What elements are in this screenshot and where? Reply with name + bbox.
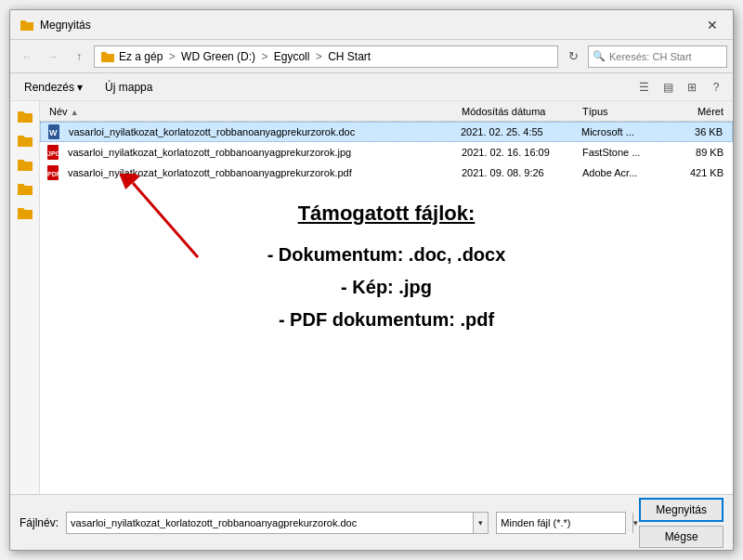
- file-date-1: 2021. 02. 25. 4:55: [457, 126, 578, 137]
- col-header-date[interactable]: Módosítás dátuma: [458, 106, 579, 117]
- close-button[interactable]: ✕: [701, 14, 723, 36]
- address-bar[interactable]: Ez a gép > WD Green (D:) > Egycoll > CH …: [94, 46, 558, 68]
- file-type-3: Adobe Acr...: [579, 167, 671, 178]
- search-icon: 🔍: [593, 50, 606, 62]
- jpg-file-icon: JPG: [46, 145, 60, 160]
- search-input[interactable]: [609, 51, 737, 62]
- megsem-button[interactable]: Mégse: [639, 526, 723, 548]
- title-bar-left: Megnyitás: [20, 18, 91, 33]
- filename-input[interactable]: [67, 517, 473, 528]
- uj-mappa-button[interactable]: Új mappa: [97, 78, 161, 97]
- sidebar-folder-3[interactable]: [14, 153, 36, 176]
- info-title: Támogatott fájlok:: [298, 202, 476, 226]
- filetype-input[interactable]: [497, 517, 632, 528]
- sidebar-folder-icon-5: [18, 206, 33, 219]
- megnyitas-button[interactable]: Megnyitás: [639, 498, 723, 522]
- file-size-3: 421 KB: [671, 167, 727, 178]
- sidebar: [10, 101, 40, 494]
- table-row[interactable]: JPG vasarloi_nyilatkozat_korlatozott_rob…: [40, 142, 733, 163]
- rendezdes-arrow-icon: ▾: [77, 81, 83, 94]
- view-icons: ☰ ▤ ⊞ ?: [632, 77, 727, 98]
- main-area: Név ▲ Módosítás dátuma Típus Méret W: [10, 101, 733, 494]
- crumb-part2: WD Green (D:): [181, 50, 255, 63]
- sort-arrow-icon: ▲: [71, 108, 79, 117]
- open-dialog: Megnyitás ✕ ← → ↑ Ez a gép > WD Green (D…: [9, 9, 734, 551]
- info-area: Támogatott fájlok: - Dokumentum: .doc, .…: [40, 183, 733, 360]
- col-header-size[interactable]: Méret: [671, 106, 727, 117]
- file-name-2: vasarloi_nyilatkozat_korlatozott_robbano…: [64, 147, 458, 158]
- sidebar-folder-4[interactable]: [14, 177, 36, 200]
- file-size-2: 89 KB: [671, 147, 727, 158]
- navigation-toolbar: ← → ↑ Ez a gép > WD Green (D:) > Egycoll…: [10, 40, 733, 73]
- sidebar-folder-icon-2: [18, 134, 33, 147]
- file-name-1: vasarloi_nyilatkozat_korlatozott_robbano…: [65, 126, 457, 137]
- sidebar-folder-icon-1: [18, 110, 33, 123]
- crumb-part1: Ez a gép: [119, 50, 163, 63]
- info-item-1: - Dokumentum: .doc, .docx: [267, 244, 506, 266]
- filename-input-wrapper[interactable]: ▾: [66, 512, 489, 534]
- svg-text:JPG: JPG: [47, 150, 59, 157]
- filetype-wrapper[interactable]: ▾: [496, 512, 626, 534]
- sidebar-folder-1[interactable]: [14, 105, 36, 127]
- folder-title-icon: [20, 18, 34, 33]
- view-list-button[interactable]: ☰: [632, 77, 655, 98]
- file-size-1: 36 KB: [671, 126, 726, 137]
- red-arrow-svg: [114, 174, 226, 267]
- sidebar-folder-icon-3: [18, 158, 33, 171]
- address-folder-icon: [100, 49, 115, 64]
- crumb-part4: CH Start: [328, 50, 371, 63]
- filetype-dropdown-button[interactable]: ▾: [632, 513, 638, 533]
- file-date-2: 2021. 02. 16. 16:09: [458, 147, 579, 158]
- table-row[interactable]: W vasarloi_nyilatkozat_korlatozott_robba…: [40, 122, 733, 142]
- filename-dropdown-button[interactable]: ▾: [473, 513, 488, 533]
- crumb-part3: Egycoll: [274, 50, 310, 63]
- file-list-header: Név ▲ Módosítás dátuma Típus Méret: [40, 101, 733, 122]
- col-header-type[interactable]: Típus: [579, 106, 671, 117]
- sidebar-folder-2[interactable]: [14, 129, 36, 151]
- view-large-button[interactable]: ⊞: [681, 77, 703, 98]
- sidebar-folder-5[interactable]: [14, 202, 36, 224]
- title-bar: Megnyitás ✕: [10, 10, 733, 40]
- info-item-2: - Kép: .jpg: [341, 277, 432, 298]
- svg-line-7: [133, 183, 198, 257]
- file-list: W vasarloi_nyilatkozat_korlatozott_robba…: [40, 122, 733, 494]
- second-toolbar: Rendezés ▾ Új mappa ☰ ▤ ⊞ ?: [10, 73, 733, 101]
- pdf-icon: PDF: [46, 165, 59, 180]
- up-button[interactable]: ↑: [68, 46, 90, 68]
- col-header-name[interactable]: Név ▲: [46, 106, 458, 117]
- svg-text:PDF: PDF: [47, 171, 59, 177]
- file-type-2: FastStone ...: [579, 147, 671, 158]
- filename-label: Fájlnév:: [20, 516, 59, 529]
- file-list-container: Név ▲ Módosítás dátuma Típus Méret W: [40, 101, 733, 494]
- back-button[interactable]: ←: [16, 46, 38, 68]
- file-type-1: Microsoft ...: [578, 126, 671, 137]
- sidebar-folder-icon-4: [18, 182, 33, 195]
- rendezdes-button[interactable]: Rendezés ▾: [16, 78, 91, 97]
- image-icon: JPG: [46, 145, 59, 160]
- file-name-3: vasarloi_nyilatkozat_korlatozott_robbano…: [64, 167, 458, 178]
- table-row[interactable]: PDF vasarloi_nyilatkozat_korlatozott_rob…: [40, 163, 733, 183]
- forward-button[interactable]: →: [42, 46, 64, 68]
- rendezdes-label: Rendezés: [24, 81, 74, 94]
- dialog-title: Megnyitás: [40, 19, 91, 32]
- refresh-button[interactable]: ↻: [562, 46, 584, 68]
- bottom-bar: Fájlnév: ▾ ▾ Megnyitás Mégse: [10, 494, 733, 550]
- search-box[interactable]: 🔍: [588, 46, 727, 68]
- action-buttons: Megnyitás Mégse: [639, 498, 723, 548]
- red-arrow: [114, 174, 226, 269]
- address-crumb: Ez a gép > WD Green (D:) > Egycoll > CH …: [119, 50, 371, 63]
- info-item-3: - PDF dokumentum: .pdf: [279, 309, 494, 331]
- help-button[interactable]: ?: [705, 77, 727, 98]
- svg-text:W: W: [49, 128, 58, 137]
- pdf-file-icon: PDF: [46, 165, 60, 180]
- doc-file-icon: W: [46, 124, 61, 139]
- word-icon: W: [47, 124, 60, 139]
- view-details-button[interactable]: ▤: [657, 77, 679, 98]
- file-date-3: 2021. 09. 08. 9:26: [458, 167, 579, 178]
